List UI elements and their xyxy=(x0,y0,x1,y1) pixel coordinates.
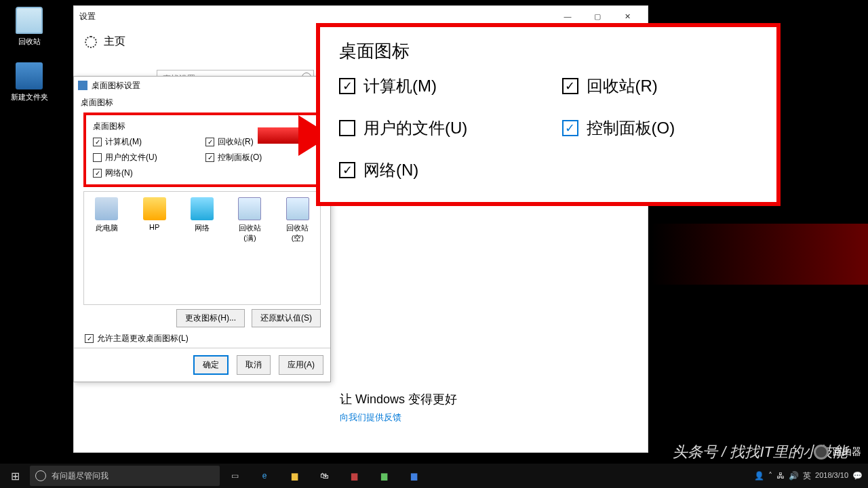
checkbox-network[interactable]: 网络(N) xyxy=(93,167,199,179)
change-icon-button[interactable]: 更改图标(H)... xyxy=(176,309,245,327)
taskbar-app3[interactable]: ▆ xyxy=(399,464,429,488)
footer-heading: 让 Windows 变得更好 xyxy=(340,391,457,407)
dialog-title: 桌面图标设置 xyxy=(92,80,140,92)
callout-cb-computer: 计算机(M) xyxy=(339,75,535,97)
checkbox-icon xyxy=(339,120,355,136)
checkbox-icon xyxy=(93,153,102,162)
checkbox-icon xyxy=(205,138,214,146)
pc-icon xyxy=(95,197,118,220)
checkbox-icon xyxy=(562,120,578,136)
callout-cb-recycle: 回收站(R) xyxy=(562,75,758,97)
callout-cb-network: 网络(N) xyxy=(339,159,535,181)
cortana-search[interactable]: 有问题尽管问我 xyxy=(30,466,220,486)
gear-icon xyxy=(85,36,97,48)
preview-pc[interactable]: 此电脑 xyxy=(90,197,123,243)
callout-cb-userfiles: 用户的文件(U) xyxy=(339,117,535,139)
decorative-streak xyxy=(651,224,868,285)
preview-binfull[interactable]: 回收站(满) xyxy=(233,197,267,243)
ok-button[interactable]: 确定 xyxy=(193,355,229,375)
taskbar-app1[interactable]: ▆ xyxy=(339,464,369,488)
home-label: 主页 xyxy=(104,35,125,49)
taskbar-edge[interactable]: e xyxy=(250,464,279,488)
icon-preview-pane: 此电脑 HP 网络 回收站(满) 回收站(空) xyxy=(83,191,321,305)
task-view-button[interactable]: ▭ xyxy=(220,464,250,488)
callout-title: 桌面图标 xyxy=(339,39,757,63)
tray-people-icon[interactable]: 👤 xyxy=(754,471,764,481)
callout-cb-control: 控制面板(O) xyxy=(562,117,758,139)
checkbox-icon xyxy=(205,153,214,162)
preview-net[interactable]: 网络 xyxy=(185,197,219,243)
desktop-recycle-bin[interactable]: 回收站 xyxy=(5,7,53,47)
checkbox-userfiles[interactable]: 用户的文件(U) xyxy=(93,152,199,163)
checkbox-icon xyxy=(93,138,102,146)
callout-panel: 桌面图标 计算机(M) 回收站(R) 用户的文件(U) 控制面板(O) 网络(N… xyxy=(316,23,781,206)
router-watermark: 路由器 xyxy=(814,445,861,460)
tray-chevron-up-icon[interactable]: ˄ xyxy=(768,471,772,481)
checkbox-icon xyxy=(339,162,355,178)
dialog-icon xyxy=(78,81,87,90)
settings-title: 设置 xyxy=(79,11,553,22)
taskbar-date[interactable]: 2018/3/10 xyxy=(815,471,848,480)
tray-network-icon[interactable]: 🖧 xyxy=(776,471,785,481)
tray-volume-icon[interactable]: 🔊 xyxy=(789,471,799,481)
checkbox-icon xyxy=(562,78,578,94)
recycle-bin-icon xyxy=(16,7,43,34)
allow-theme-checkbox[interactable]: 允许主题更改桌面图标(L) xyxy=(74,327,330,350)
tray-notifications-icon[interactable]: 💬 xyxy=(852,471,863,481)
checkbox-computer[interactable]: 计算机(M) xyxy=(93,136,199,148)
cortana-icon xyxy=(35,470,46,481)
dialog-tab[interactable]: 桌面图标 xyxy=(74,94,330,108)
recycle-empty-icon xyxy=(286,197,309,220)
folder-icon xyxy=(16,62,43,89)
restore-defaults-button[interactable]: 还原默认值(S) xyxy=(252,309,321,327)
taskbar: ⊞ 有问题尽管问我 ▭ e ▆ 🛍 ▆ ▆ ▆ 👤 ˄ 🖧 🔊 英 2018/3… xyxy=(0,464,868,488)
desktop-icon-label: 新建文件夹 xyxy=(5,92,53,102)
feedback-link[interactable]: 向我们提供反馈 xyxy=(340,411,457,424)
checkbox-icon xyxy=(85,334,94,343)
start-button[interactable]: ⊞ xyxy=(0,464,30,488)
taskbar-app2[interactable]: ▆ xyxy=(369,464,399,488)
checkbox-icon xyxy=(93,169,102,178)
cortana-placeholder: 有问题尽管问我 xyxy=(52,470,108,482)
apply-button[interactable]: 应用(A) xyxy=(279,355,323,375)
taskbar-explorer[interactable]: ▆ xyxy=(279,464,309,488)
checkbox-icon xyxy=(339,78,355,94)
preview-binempty[interactable]: 回收站(空) xyxy=(281,197,315,243)
user-icon xyxy=(143,197,166,220)
taskbar-store[interactable]: 🛍 xyxy=(309,464,339,488)
router-icon xyxy=(814,445,829,460)
desktop-new-folder[interactable]: 新建文件夹 xyxy=(5,62,53,102)
cancel-button[interactable]: 取消 xyxy=(237,355,271,375)
desktop-icon-label: 回收站 xyxy=(5,37,53,47)
dialog-titlebar: 桌面图标设置 xyxy=(74,77,330,94)
recycle-full-icon xyxy=(238,197,261,220)
preview-hp[interactable]: HP xyxy=(137,197,171,243)
tray-ime-icon[interactable]: 英 xyxy=(803,470,811,482)
network-icon xyxy=(191,197,214,220)
